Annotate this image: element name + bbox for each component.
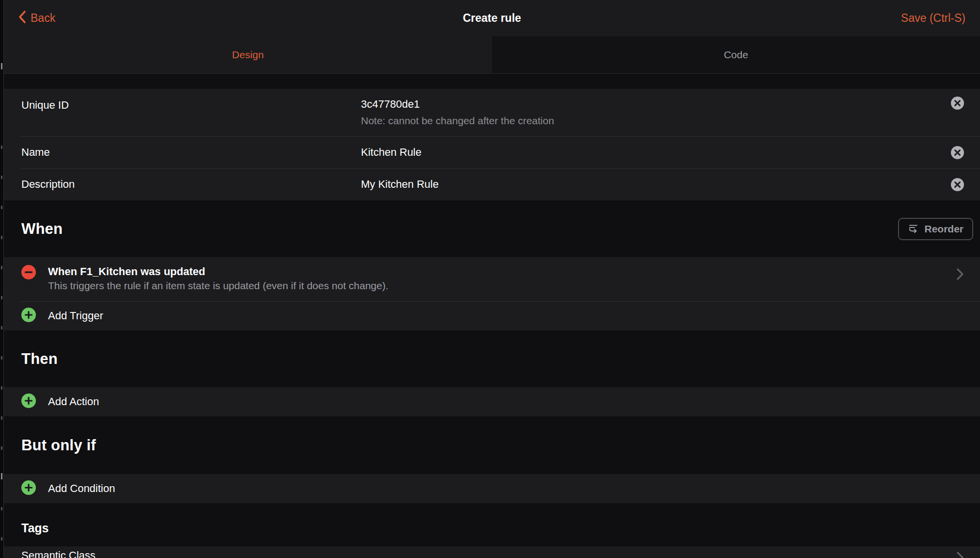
unique-id-row: Unique ID Note: cannot be changed after …: [4, 89, 980, 136]
add-condition-label: Add Condition: [48, 482, 115, 495]
reorder-icon: [908, 222, 919, 236]
back-chevron-icon: [18, 10, 26, 27]
plus-circle-icon: [21, 308, 36, 324]
tab-design[interactable]: Design: [4, 36, 492, 73]
clear-icon: [951, 178, 964, 191]
description-label: Description: [21, 178, 361, 191]
conditions-section-header: But only if: [4, 416, 980, 474]
description-input[interactable]: [361, 178, 943, 191]
reorder-label: Reorder: [924, 223, 964, 235]
when-heading: When: [21, 220, 63, 238]
tags-heading: Tags: [21, 521, 49, 535]
unique-id-label: Unique ID: [21, 89, 361, 112]
back-button[interactable]: Back: [18, 10, 55, 27]
rule-meta-block: Unique ID Note: cannot be changed after …: [4, 89, 980, 200]
remove-trigger-button[interactable]: [21, 265, 36, 281]
tags-section-header: Tags: [4, 503, 980, 546]
create-rule-page: Back Create rule Save (Ctrl-S) Design Co…: [0, 0, 980, 558]
tabbar: Design Code: [4, 36, 980, 74]
name-label: Name: [21, 146, 361, 159]
triggers-block: When F1_Kitchen was updated This trigger…: [4, 257, 980, 330]
tab-code[interactable]: Code: [492, 36, 980, 73]
semantic-class-row[interactable]: Semantic Class: [4, 546, 980, 558]
name-input[interactable]: [361, 146, 943, 159]
chevron-right-icon: [956, 268, 964, 282]
description-row: Description: [4, 168, 980, 200]
reorder-button[interactable]: Reorder: [898, 218, 973, 240]
trigger-item-row[interactable]: When F1_Kitchen was updated This trigger…: [4, 257, 980, 301]
chevron-right-icon: [956, 551, 964, 558]
when-section-header: When Reorder: [4, 200, 980, 257]
clear-unique-id-button[interactable]: [951, 97, 964, 110]
trigger-texts: When F1_Kitchen was updated This trigger…: [48, 264, 980, 293]
trigger-title: When F1_Kitchen was updated: [48, 264, 951, 279]
clear-name-button[interactable]: [951, 146, 964, 159]
plus-circle-icon: [21, 394, 36, 410]
plus-circle-icon: [21, 480, 36, 497]
but-only-if-heading: But only if: [21, 437, 96, 454]
clear-description-button[interactable]: [951, 178, 964, 191]
trigger-subtitle: This triggers the rule if an item state …: [48, 279, 951, 293]
back-label: Back: [31, 12, 55, 25]
add-condition-button[interactable]: Add Condition: [4, 474, 980, 503]
actions-block: Add Action: [4, 387, 980, 416]
semantic-class-label: Semantic Class: [21, 549, 96, 558]
form-content: Unique ID Note: cannot be changed after …: [4, 74, 980, 558]
add-trigger-label: Add Trigger: [48, 310, 103, 322]
add-trigger-button[interactable]: Add Trigger: [4, 301, 980, 330]
clear-icon: [951, 146, 964, 159]
add-action-button[interactable]: Add Action: [4, 387, 980, 416]
then-heading: Then: [21, 350, 58, 368]
tags-block: Semantic Class: [4, 546, 980, 558]
add-action-label: Add Action: [48, 395, 99, 408]
navbar: Back Create rule Save (Ctrl-S): [4, 0, 980, 36]
unique-id-input[interactable]: [361, 98, 943, 111]
name-row: Name: [4, 136, 980, 168]
clear-icon: [951, 97, 964, 110]
page-title: Create rule: [4, 12, 980, 25]
minus-circle-icon: [21, 273, 36, 281]
then-section-header: Then: [4, 330, 980, 387]
save-button[interactable]: Save (Ctrl-S): [901, 12, 965, 25]
conditions-block: Add Condition: [4, 474, 980, 503]
unique-id-note: Note: cannot be changed after the creati…: [361, 115, 943, 134]
adjacent-panel-edge: [0, 0, 4, 558]
